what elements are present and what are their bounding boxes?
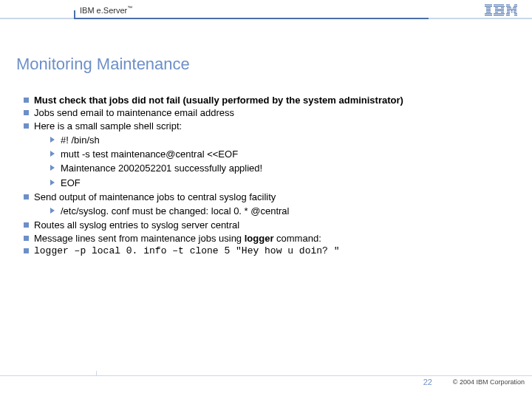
sub-bullet-item: /etc/syslog. conf must be changed: local…	[24, 205, 510, 217]
svg-rect-3	[486, 9, 491, 10]
svg-rect-2	[486, 7, 491, 8]
svg-rect-34	[514, 15, 517, 16]
header-tick	[74, 10, 75, 18]
svg-rect-25	[507, 10, 510, 11]
svg-rect-26	[511, 10, 513, 11]
svg-rect-29	[511, 12, 513, 13]
svg-rect-15	[501, 12, 504, 13]
bullet-text-c: command:	[273, 233, 321, 244]
bullet-item: Send output of maintenance jobs to centr…	[24, 191, 510, 203]
svg-rect-10	[495, 7, 498, 8]
svg-rect-8	[494, 4, 504, 5]
svg-rect-7	[485, 15, 492, 16]
sub-bullet-item: #! /bin/sh	[24, 134, 510, 146]
svg-rect-11	[501, 7, 504, 8]
svg-rect-9	[494, 6, 505, 7]
brand-tm: ™	[127, 5, 132, 10]
bullet-text-a: Message lines sent from maintenance jobs…	[34, 233, 245, 244]
bullet-item: Jobs send email to maintenance email add…	[24, 107, 510, 119]
svg-rect-19	[514, 4, 517, 5]
svg-rect-23	[513, 7, 516, 8]
header-rule	[0, 18, 532, 19]
svg-rect-1	[485, 6, 492, 7]
brand-prefix: IBM e.	[80, 6, 103, 15]
content-area: Must check that jobs did not fail (usual…	[0, 74, 532, 257]
svg-rect-4	[486, 10, 491, 11]
bullet-text-b: logger	[245, 233, 274, 244]
svg-rect-0	[485, 4, 492, 5]
sub-bullet-item: Maintenance 2002052201 successfully appl…	[24, 163, 510, 174]
svg-rect-24	[507, 9, 516, 10]
page-number: 22	[423, 378, 432, 386]
page-title: Monitoring Maintenance	[0, 24, 532, 74]
copyright-text: © 2004 IBM Corporation	[453, 378, 525, 386]
svg-rect-32	[514, 13, 517, 14]
slide-footer: 22 © 2004 IBM Corporation	[0, 375, 532, 389]
svg-rect-18	[506, 4, 510, 5]
svg-rect-31	[506, 13, 510, 14]
svg-rect-21	[514, 6, 517, 7]
brand-text: IBM e.Server™	[80, 5, 132, 15]
bullet-item: Here is a small sample shell script:	[24, 120, 510, 132]
svg-rect-6	[485, 13, 492, 14]
svg-rect-28	[507, 12, 510, 13]
svg-rect-33	[506, 15, 510, 16]
svg-rect-22	[507, 7, 511, 8]
svg-rect-30	[514, 12, 516, 13]
svg-rect-20	[506, 6, 511, 7]
svg-rect-5	[486, 12, 491, 13]
bullet-item: Message lines sent from maintenance jobs…	[24, 233, 510, 245]
svg-rect-17	[494, 15, 504, 16]
svg-rect-14	[495, 12, 498, 13]
sub-bullet-item: EOF	[24, 177, 510, 189]
svg-rect-12	[495, 9, 504, 10]
brand-main: Server	[103, 6, 127, 15]
svg-rect-27	[514, 10, 516, 11]
sub-bullet-item: mutt -s test maintenance@central <<EOF	[24, 149, 510, 160]
bullet-item: Must check that jobs did not fail (usual…	[24, 95, 510, 106]
svg-rect-13	[495, 10, 504, 11]
ibm-logo-icon	[485, 4, 517, 19]
svg-rect-16	[494, 13, 505, 14]
footer-rule	[0, 375, 532, 376]
slide-header: IBM e.Server™	[0, 0, 532, 24]
bullet-item: Routes all syslog entries to syslog serv…	[24, 219, 510, 231]
footer-tick	[96, 371, 97, 376]
bullet-item-code: logger –p local 0. info –t clone 5 "Hey …	[24, 245, 510, 257]
